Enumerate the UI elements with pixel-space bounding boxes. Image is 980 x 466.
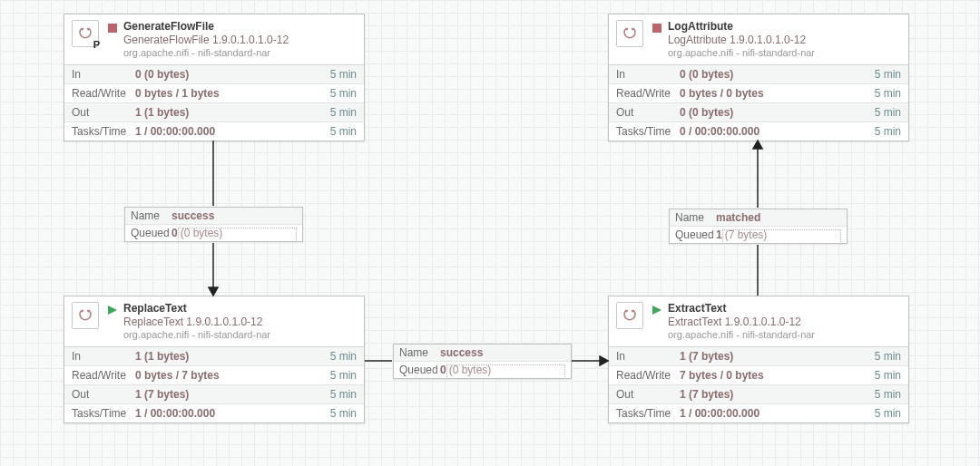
run-status-stopped-icon xyxy=(652,24,662,33)
processor-name: LogAttribute xyxy=(668,20,815,34)
processor-icon: P xyxy=(72,20,99,47)
conn-label-name: Name xyxy=(399,346,440,359)
conn-queued-bytes: (7 bytes) xyxy=(725,228,768,241)
stat-in: 1 (1 bytes) xyxy=(135,350,330,363)
stat-out: 0 (0 bytes) xyxy=(680,106,875,119)
stat-label-out: Out xyxy=(72,106,135,119)
stat-window: 5 min xyxy=(875,350,901,363)
stat-rw: 7 bytes / 0 bytes xyxy=(680,369,875,382)
stat-window: 5 min xyxy=(330,68,357,81)
processor-header: LogAttribute LogAttribute 1.9.0.1.0.1.0-… xyxy=(609,15,908,64)
conn-queued-count: 1 xyxy=(716,228,722,241)
conn-queued-bytes: (0 bytes) xyxy=(181,227,223,239)
stat-label-tt: Tasks/Time xyxy=(72,125,135,138)
stat-window: 5 min xyxy=(330,125,357,138)
conn-queued-count: 0 xyxy=(172,227,178,239)
processor-type: ExtractText 1.9.0.1.0.1.0-12 xyxy=(668,316,815,329)
processor-type: GenerateFlowFile 1.9.0.1.0.1.0-12 xyxy=(123,34,289,47)
stat-rw: 0 bytes / 0 bytes xyxy=(680,87,875,100)
stat-window: 5 min xyxy=(330,350,357,363)
stat-in: 0 (0 bytes) xyxy=(680,68,875,81)
processor-type: LogAttribute 1.9.0.1.0.1.0-12 xyxy=(668,34,815,47)
stat-window: 5 min xyxy=(875,87,901,100)
stat-tt: 1 / 00:00:00.000 xyxy=(135,407,330,420)
stat-window: 5 min xyxy=(330,87,357,100)
processor-replacetext[interactable]: ReplaceText ReplaceText 1.9.0.1.0.1.0-12… xyxy=(64,296,365,423)
stat-window: 5 min xyxy=(875,407,901,420)
processor-header: P GenerateFlowFile GenerateFlowFile 1.9.… xyxy=(64,15,364,64)
stat-in: 1 (7 bytes) xyxy=(680,350,875,363)
stat-tt: 1 / 00:00:00.000 xyxy=(680,407,875,420)
stat-label-rw: Read/Write xyxy=(616,369,680,382)
processor-bundle: org.apache.nifi - nifi-standard-nar xyxy=(123,329,270,342)
primary-node-badge: P xyxy=(93,39,100,50)
processor-stats: In0 (0 bytes)5 min Read/Write0 bytes / 0… xyxy=(609,64,908,141)
conn-label-name: Name xyxy=(131,209,172,222)
connection-success-1[interactable]: Namesuccess Queued0(0 bytes) xyxy=(124,207,303,242)
stat-out: 1 (1 bytes) xyxy=(135,106,330,119)
stat-tt: 1 / 00:00:00.000 xyxy=(135,125,330,138)
run-status-running-icon xyxy=(108,306,117,315)
processor-name: GenerateFlowFile xyxy=(123,20,289,34)
conn-label-name: Name xyxy=(675,211,716,224)
processor-bundle: org.apache.nifi - nifi-standard-nar xyxy=(668,47,815,60)
processor-stats: In1 (7 bytes)5 min Read/Write7 bytes / 0… xyxy=(609,346,908,422)
flow-canvas[interactable]: P GenerateFlowFile GenerateFlowFile 1.9.… xyxy=(0,0,980,466)
processor-icon xyxy=(616,302,643,329)
conn-name: matched xyxy=(716,211,760,224)
stat-window: 5 min xyxy=(330,369,357,382)
conn-name: success xyxy=(172,209,214,222)
processor-icon xyxy=(72,302,99,329)
processor-generateflowfile[interactable]: P GenerateFlowFile GenerateFlowFile 1.9.… xyxy=(64,14,365,141)
processor-logattribute[interactable]: LogAttribute LogAttribute 1.9.0.1.0.1.0-… xyxy=(608,14,909,141)
conn-label-queued: Queued xyxy=(675,228,716,241)
stat-label-rw: Read/Write xyxy=(72,87,135,100)
stat-label-in: In xyxy=(72,350,135,363)
conn-queued-bytes: (0 bytes) xyxy=(449,364,492,376)
stat-label-rw: Read/Write xyxy=(72,369,135,382)
stat-window: 5 min xyxy=(330,388,357,401)
processor-stats: In0 (0 bytes)5 min Read/Write0 bytes / 1… xyxy=(64,64,364,141)
stat-label-rw: Read/Write xyxy=(616,87,680,100)
processor-header: ExtractText ExtractText 1.9.0.1.0.1.0-12… xyxy=(609,296,908,346)
stat-window: 5 min xyxy=(330,106,357,119)
stat-label-in: In xyxy=(616,350,680,363)
stat-window: 5 min xyxy=(875,106,901,119)
stat-label-in: In xyxy=(72,68,135,81)
stat-tt: 0 / 00:00:00.000 xyxy=(680,125,875,138)
stat-rw: 0 bytes / 7 bytes xyxy=(135,369,330,382)
stat-window: 5 min xyxy=(875,369,901,382)
stat-out: 1 (7 bytes) xyxy=(680,388,875,401)
stat-out: 1 (7 bytes) xyxy=(135,388,330,401)
connection-success-2[interactable]: Namesuccess Queued0(0 bytes) xyxy=(393,344,572,379)
stat-label-tt: Tasks/Time xyxy=(616,125,680,138)
processor-extracttext[interactable]: ExtractText ExtractText 1.9.0.1.0.1.0-12… xyxy=(608,296,909,423)
processor-icon xyxy=(616,20,643,47)
processor-name: ExtractText xyxy=(668,302,815,316)
conn-label-queued: Queued xyxy=(131,227,172,239)
conn-name: success xyxy=(440,346,483,359)
processor-header: ReplaceText ReplaceText 1.9.0.1.0.1.0-12… xyxy=(64,296,364,346)
processor-type: ReplaceText 1.9.0.1.0.1.0-12 xyxy=(123,316,270,329)
conn-queued-count: 0 xyxy=(440,364,446,376)
stat-window: 5 min xyxy=(330,407,357,420)
stat-label-out: Out xyxy=(72,388,135,401)
stat-window: 5 min xyxy=(875,68,901,81)
conn-label-queued: Queued xyxy=(399,364,440,376)
stat-window: 5 min xyxy=(875,388,901,401)
stat-label-tt: Tasks/Time xyxy=(72,407,135,420)
processor-bundle: org.apache.nifi - nifi-standard-nar xyxy=(123,47,289,60)
processor-stats: In1 (1 bytes)5 min Read/Write0 bytes / 7… xyxy=(64,346,364,422)
stat-label-in: In xyxy=(616,68,680,81)
processor-bundle: org.apache.nifi - nifi-standard-nar xyxy=(668,329,815,342)
run-status-running-icon xyxy=(652,306,662,315)
stat-label-out: Out xyxy=(616,388,680,401)
run-status-stopped-icon xyxy=(108,24,117,33)
stat-label-tt: Tasks/Time xyxy=(616,407,680,420)
stat-window: 5 min xyxy=(875,125,901,138)
stat-rw: 0 bytes / 1 bytes xyxy=(135,87,330,100)
stat-label-out: Out xyxy=(616,106,680,119)
processor-name: ReplaceText xyxy=(123,302,270,316)
connection-matched[interactable]: Namematched Queued1(7 bytes) xyxy=(669,209,848,244)
stat-in: 0 (0 bytes) xyxy=(135,68,330,81)
